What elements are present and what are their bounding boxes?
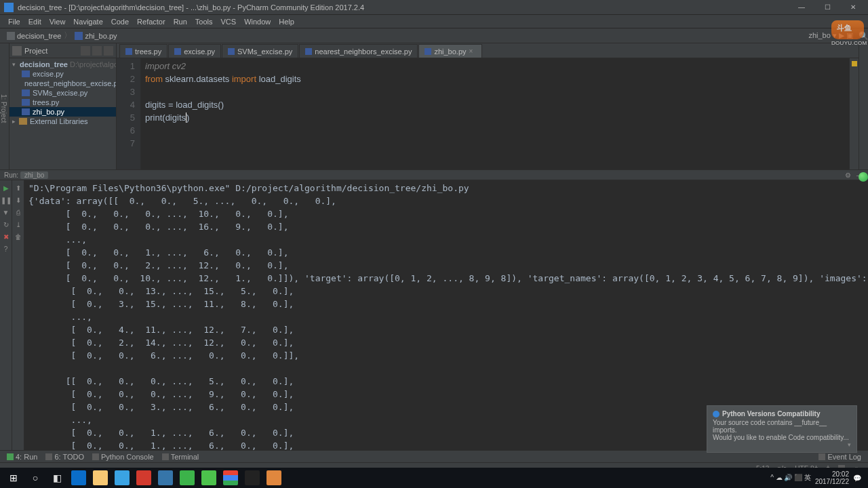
settings-gear-icon[interactable] xyxy=(92,46,102,56)
close-tab-icon[interactable]: × xyxy=(469,47,476,55)
tree-file[interactable]: nearest_neighbors_excise.py xyxy=(9,79,116,88)
tool-event-log[interactable]: Event Log xyxy=(814,453,865,461)
tray-icons[interactable]: ^ ☁ 🔊 ⬛ 英 xyxy=(770,473,811,483)
chevron-down-icon[interactable]: ▾ xyxy=(848,441,851,448)
menu-window[interactable]: Window xyxy=(240,18,275,26)
run-tool-header: Run: zhi_bo ⚙ — xyxy=(0,169,868,180)
tree-root[interactable]: ▾decision_tree D:\project\algorit xyxy=(9,60,116,69)
sidebar-tab-project[interactable]: 1: Project xyxy=(0,43,9,169)
tree-file[interactable]: trees.py xyxy=(9,98,116,107)
tree-root-path: D:\project\algorit xyxy=(70,60,116,68)
taskbar-app[interactable] xyxy=(263,468,285,487)
taskbar-app[interactable] xyxy=(68,468,90,487)
python-file-icon xyxy=(22,99,30,106)
editor-error-stripe[interactable] xyxy=(849,58,859,169)
code-editor[interactable]: import cv2 from sklearn.datasets import … xyxy=(141,58,849,169)
taskbar-clock[interactable]: 20:022017/12/22 xyxy=(815,470,849,485)
window-title: decision_tree - [D:\project\algorithm\de… xyxy=(18,3,864,12)
breadcrumb-project[interactable]: decision_tree xyxy=(4,32,64,40)
editor-tab[interactable]: nearest_neighbors_excise.py xyxy=(299,44,418,58)
editor-tab-label: trees.py xyxy=(135,47,161,56)
editor-tabs: trees.py excise.py SVMs_excise.py neares… xyxy=(117,43,859,58)
tool-run[interactable]: 4: Run xyxy=(3,453,41,461)
warning-indicator-icon[interactable] xyxy=(852,61,857,66)
run-tab-config[interactable]: zhi_bo xyxy=(20,171,48,179)
tree-external-label: External Libraries xyxy=(30,117,88,125)
taskbar-app[interactable] xyxy=(155,468,176,487)
scroll-end-button[interactable]: ⤓ xyxy=(14,220,23,229)
action-center-icon[interactable]: 💬 xyxy=(853,474,861,482)
tool-terminal[interactable]: Terminal xyxy=(158,453,203,461)
editor-tab-active[interactable]: zhi_bo.py× xyxy=(418,44,481,58)
tree-external-libs[interactable]: ▸External Libraries xyxy=(9,117,116,126)
menu-help[interactable]: Help xyxy=(275,18,298,26)
tree-file-selected[interactable]: zhi_bo.py xyxy=(9,107,116,117)
project-panel-header: Project xyxy=(9,43,116,58)
python-console-icon xyxy=(92,453,99,460)
taskbar-app[interactable] xyxy=(111,468,133,487)
run-config-selector[interactable]: zhi_bo ▾ ▶ ▣ xyxy=(808,31,859,40)
down-button[interactable]: ▼ xyxy=(1,207,11,217)
menu-view[interactable]: View xyxy=(45,18,70,26)
pause-button[interactable]: ❚❚ xyxy=(1,195,11,205)
python-file-icon xyxy=(125,48,132,55)
taskbar-app[interactable] xyxy=(220,468,241,487)
up-stack-button[interactable]: ⬆ xyxy=(14,183,23,192)
tree-file-label: SVMs_excise.py xyxy=(33,89,87,97)
help-button[interactable]: ? xyxy=(1,244,11,253)
start-button[interactable]: ⊞ xyxy=(3,468,24,487)
task-view-icon[interactable]: ◧ xyxy=(46,468,68,487)
menu-tools[interactable]: Tools xyxy=(191,18,217,26)
menu-code[interactable]: Code xyxy=(107,18,133,26)
menu-vcs[interactable]: VCS xyxy=(217,18,241,26)
hide-panel-button[interactable] xyxy=(104,46,113,56)
python-file-icon xyxy=(22,70,30,77)
soft-wrap-button[interactable]: ⎙ xyxy=(14,207,23,217)
restart-button[interactable]: ↻ xyxy=(1,220,11,229)
taskbar-app[interactable] xyxy=(176,468,198,487)
project-tree: ▾decision_tree D:\project\algorit excise… xyxy=(9,58,116,127)
project-panel-title: Project xyxy=(24,47,81,55)
editor-tab[interactable]: excise.py xyxy=(168,44,221,58)
tool-todo[interactable]: 6: TODO xyxy=(41,453,88,461)
search-icon[interactable]: 🔍 xyxy=(859,31,868,41)
editor-tab[interactable]: SVMs_excise.py xyxy=(222,44,298,58)
down-stack-button[interactable]: ⬇ xyxy=(14,195,23,205)
notification-title: Python Versions Compatibility xyxy=(722,410,820,418)
editor-tab-label: SVMs_excise.py xyxy=(237,47,292,56)
library-icon xyxy=(19,118,27,125)
stop-button[interactable]: ✖ xyxy=(1,232,11,241)
taskbar-app[interactable] xyxy=(241,468,263,487)
taskbar-app[interactable] xyxy=(133,468,155,487)
taskbar-app[interactable] xyxy=(90,468,111,487)
clear-button[interactable]: 🗑 xyxy=(14,232,23,241)
tree-file-label: nearest_neighbors_excise.py xyxy=(24,79,116,87)
tree-file[interactable]: SVMs_excise.py xyxy=(9,88,116,98)
editor-tab[interactable]: trees.py xyxy=(119,44,167,58)
run-tab-label: Run: xyxy=(4,171,18,179)
run-settings-icon[interactable]: ⚙ xyxy=(844,171,852,179)
system-tray[interactable]: ^ ☁ 🔊 ⬛ 英 20:022017/12/22 💬 xyxy=(766,470,865,485)
breadcrumb-file[interactable]: zhi_bo.py xyxy=(72,32,119,40)
tree-file[interactable]: excise.py xyxy=(9,69,116,79)
menu-bar: File Edit View Navigate Code Refactor Ru… xyxy=(0,15,868,28)
close-button[interactable]: ✕ xyxy=(844,1,863,14)
menu-refactor[interactable]: Refactor xyxy=(133,18,170,26)
editor-tab-label: zhi_bo.py xyxy=(434,47,466,56)
run-minimize-icon[interactable]: — xyxy=(856,171,864,179)
menu-run[interactable]: Run xyxy=(170,18,191,26)
tool-python-console[interactable]: Python Console xyxy=(88,453,158,461)
maximize-button[interactable]: ☐ xyxy=(818,1,837,14)
taskbar-app[interactable] xyxy=(198,468,220,487)
breadcrumb-file-label: zhi_bo.py xyxy=(85,32,117,40)
menu-edit[interactable]: Edit xyxy=(24,18,45,26)
collapse-all-button[interactable] xyxy=(81,46,90,56)
menu-file[interactable]: File xyxy=(4,18,24,26)
right-sidebar xyxy=(859,43,868,169)
editor-area: trees.py excise.py SVMs_excise.py neares… xyxy=(117,43,859,169)
minimize-button[interactable]: — xyxy=(792,1,811,14)
cortana-search-icon[interactable]: ○ xyxy=(24,468,46,487)
menu-navigate[interactable]: Navigate xyxy=(69,18,106,26)
notification-popup[interactable]: Python Versions Compatibility Your sourc… xyxy=(707,405,857,453)
rerun-button[interactable]: ▶ xyxy=(1,183,11,192)
